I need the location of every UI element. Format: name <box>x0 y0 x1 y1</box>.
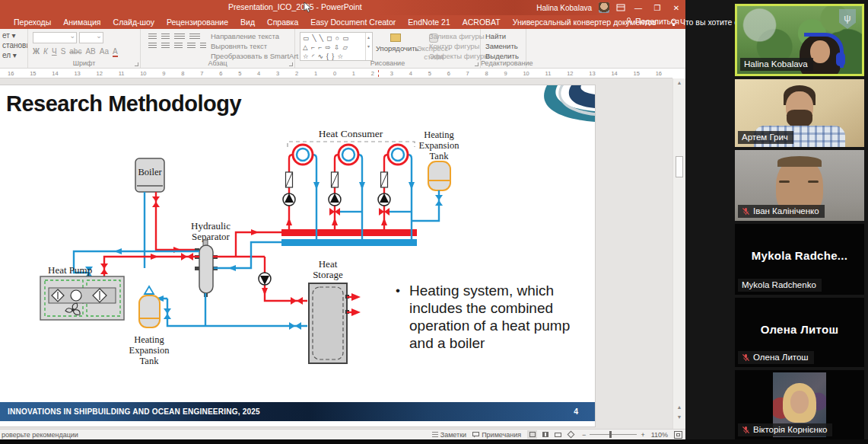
ruler-number: 11 <box>545 70 552 77</box>
next-slide-button[interactable]: ▼ <box>673 414 685 420</box>
change-case-button[interactable]: Aa <box>100 47 109 56</box>
zoom-meeting-screen: Presentation_ICO_2025 - PowerPoint Halin… <box>0 0 868 444</box>
ribbon-tab[interactable]: EndNote 21 <box>402 18 456 27</box>
ribbon-tab[interactable]: Easy Document Creator <box>304 18 402 27</box>
muted-mic-icon <box>742 207 750 216</box>
ribbon-button-fragment[interactable]: ел ▾ <box>0 50 27 60</box>
slide-sorter-view-button[interactable] <box>540 430 550 439</box>
italic-button[interactable]: К <box>43 47 48 56</box>
shapes-gallery-scrollbar[interactable]: ▴▾ <box>365 33 372 60</box>
group-label-drawing: Рисование <box>295 59 480 67</box>
ribbon-tab[interactable]: Вид <box>234 18 261 27</box>
font-name-select[interactable] <box>33 32 77 43</box>
account-avatar[interactable] <box>599 2 609 13</box>
paragraph-menu-button[interactable]: Направление текста <box>211 32 298 40</box>
shadow-button[interactable]: S <box>61 47 66 56</box>
svg-text:Tank: Tank <box>140 356 160 366</box>
arrange-button[interactable]: Упорядочить <box>376 34 415 53</box>
align-buttons[interactable] <box>148 43 206 49</box>
ribbon-tab[interactable]: Рецензирование <box>161 18 234 27</box>
video-tile-artem[interactable]: Артем Грич <box>735 79 864 147</box>
zoom-in-button[interactable]: + <box>641 431 644 439</box>
zoom-slider-thumb[interactable] <box>609 431 612 438</box>
ribbon-tab[interactable]: Анимация <box>57 18 107 27</box>
minimize-button[interactable]: — <box>632 4 644 12</box>
ruler-number: 12 <box>567 70 573 77</box>
svg-text:Heating: Heating <box>134 334 164 345</box>
normal-view-button[interactable] <box>527 430 537 439</box>
slide-footer-bar: INNOVATIONS IN SHIPBUILDING AND OCEAN EN… <box>0 402 595 421</box>
university-emblem: ψ <box>839 9 856 29</box>
muted-mic-icon <box>742 426 750 434</box>
vertical-scrollbar[interactable]: ▲ ▲ ▼ <box>672 78 685 429</box>
bold-button[interactable]: Ж <box>33 47 40 56</box>
accessibility-status[interactable]: роверьте рекомендации <box>2 431 78 439</box>
editing-menu-button[interactable]: Найти <box>485 32 526 40</box>
ruler-number: 13 <box>74 70 80 77</box>
font-dialog-launcher[interactable] <box>135 62 138 66</box>
ribbon-tab[interactable]: Справка <box>261 18 304 27</box>
bullet-line: includes the combined <box>409 299 570 317</box>
ribbon-group-paragraph: Направление текстаВыровнять текстПреобра… <box>141 29 295 68</box>
slide[interactable]: Research Methodology Heat Consumer <box>0 85 595 426</box>
restore-button[interactable]: ❐ <box>651 4 663 12</box>
comment-icon <box>472 432 479 438</box>
font-color-button[interactable]: А <box>113 47 118 57</box>
ribbon-button-fragment[interactable]: ет ▾ <box>0 30 27 40</box>
char-spacing-button[interactable]: АВ <box>85 47 95 56</box>
status-bar: роверьте рекомендации Заметки Примечания <box>0 429 685 439</box>
strikethrough-button[interactable]: abc <box>69 47 81 56</box>
ruler-number: 1 <box>352 70 355 77</box>
svg-text:Expansion: Expansion <box>419 140 460 151</box>
zoom-out-button[interactable]: − <box>582 431 586 439</box>
scroll-up-arrow[interactable]: ▲ <box>673 80 685 85</box>
video-tile-halina[interactable]: ψ Halina Kobalava <box>735 4 864 76</box>
video-tile-viktoriia[interactable]: Вікторія Корнієнко <box>735 370 864 439</box>
ribbon-button-fragment[interactable]: становить <box>0 40 27 50</box>
ruler-number: 7 <box>466 70 469 77</box>
heating-system-diagram[interactable]: Heat Consumer <box>0 85 595 426</box>
group-label-editing: Редактирование <box>481 59 526 67</box>
muted-mic-icon <box>742 353 750 362</box>
fit-slide-button[interactable] <box>674 431 682 439</box>
reading-view-button[interactable] <box>553 430 563 439</box>
comments-button[interactable]: Примечания <box>472 431 521 439</box>
ribbon-group-font: Ж К Ч S abc АВ Aa А Шрифт <box>28 29 141 68</box>
slide-bullet-text[interactable]: • Heating system, whichincludes the comb… <box>396 282 586 352</box>
zoom-level[interactable]: 110% <box>651 431 668 439</box>
svg-text:Heating: Heating <box>424 129 454 140</box>
bullet-line: and a boiler <box>409 334 570 352</box>
ribbon-tab-row: ПереходыАнимацияСлайд-шоуРецензированиеВ… <box>0 15 685 29</box>
ribbon-group-slides-cut: ет ▾становитьел ▾ <box>0 29 28 68</box>
underline-button[interactable]: Ч <box>52 47 57 56</box>
font-size-select[interactable] <box>79 32 103 43</box>
ribbon-options-icon[interactable] <box>616 4 625 11</box>
list-buttons[interactable] <box>148 34 206 40</box>
video-tile-mykola[interactable]: Mykola Radche... Mykola Radchenko <box>735 224 864 295</box>
editing-menu-button[interactable]: Заменить <box>485 42 526 50</box>
paragraph-dialog-launcher[interactable] <box>289 62 293 66</box>
ribbon-tab[interactable]: ACROBAT <box>456 18 507 27</box>
notes-button[interactable]: Заметки <box>432 431 466 439</box>
ruler-number: 2 <box>295 70 298 77</box>
bullet-marker: • <box>396 282 409 352</box>
paragraph-menu-button[interactable]: Выровнять текст <box>211 42 298 50</box>
participant-name-label: Артем Грич <box>738 131 793 144</box>
horizontal-ruler[interactable]: 1615141312111098765432101234567891011121… <box>0 69 672 78</box>
ruler-number: 14 <box>611 70 617 77</box>
svg-text:Hydraulic: Hydraulic <box>191 220 231 232</box>
video-tile-ivan[interactable]: Іван Калініченко <box>735 150 864 221</box>
drawing-dialog-launcher[interactable] <box>475 62 479 66</box>
zoom-slider-track[interactable] <box>590 434 637 435</box>
svg-text:Heat: Heat <box>319 258 338 270</box>
share-button[interactable]: Поделиться <box>625 17 679 26</box>
participant-name-label: Вікторія Корнієнко <box>738 423 832 436</box>
ribbon-tab[interactable]: Переходы <box>8 18 57 27</box>
slideshow-view-button[interactable] <box>566 430 576 439</box>
previous-slide-button[interactable]: ▲ <box>673 404 685 410</box>
shapes-gallery[interactable]: ▭ ╲ ╲ ◻ ○ ▭△ ⌐ ⌐ ⇨ ⇩ ▱☆ ◜ ∿ { } ☆ ▴▾ <box>300 32 373 61</box>
scrollbar-thumb[interactable] <box>676 156 683 177</box>
video-tile-olena[interactable]: Олена Литош Олена Литош <box>735 298 864 367</box>
ribbon-tab[interactable]: Слайд-шоу <box>107 18 161 27</box>
close-button[interactable]: ✕ <box>670 4 682 12</box>
